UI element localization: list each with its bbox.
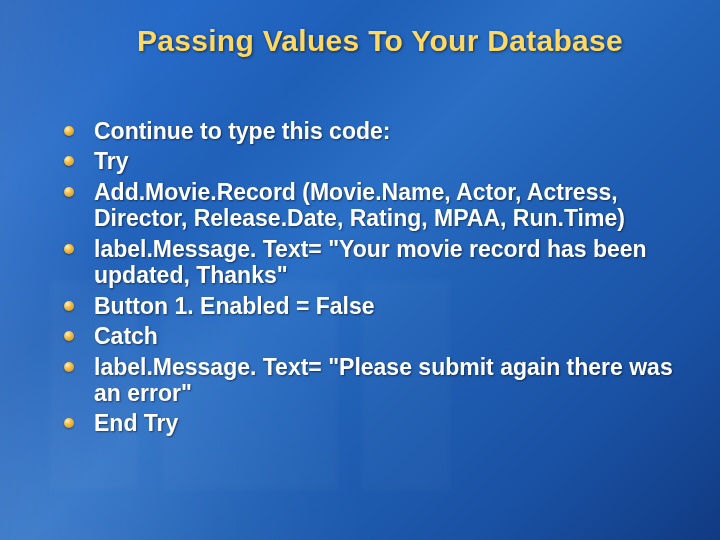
list-item: Try [58, 148, 680, 174]
list-item: Catch [58, 323, 680, 349]
list-item: End Try [58, 410, 680, 436]
list-item: Add.Movie.Record (Movie.Name, Actor, Act… [58, 179, 680, 232]
bullet-list: Continue to type this code: Try Add.Movi… [58, 118, 680, 437]
slide: Passing Values To Your Database Continue… [0, 0, 720, 540]
list-item: label.Message. Text= "Your movie record … [58, 236, 680, 289]
list-item: Continue to type this code: [58, 118, 680, 144]
slide-content: Continue to type this code: Try Add.Movi… [40, 118, 680, 437]
slide-title: Passing Values To Your Database [80, 24, 680, 58]
list-item: Button 1. Enabled = False [58, 293, 680, 319]
list-item: label.Message. Text= "Please submit agai… [58, 354, 680, 407]
